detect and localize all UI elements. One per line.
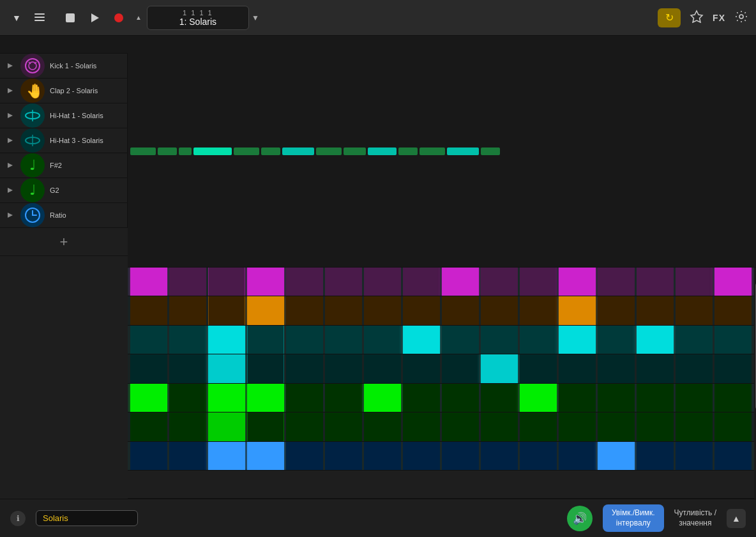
grid-cell-kick1-13[interactable] [637, 268, 674, 296]
track-play-g2[interactable] [5, 185, 15, 195]
grid-cell-f2-14[interactable] [676, 384, 713, 412]
grid-cell-f2-15[interactable] [714, 384, 752, 412]
grid-cell-f2-9[interactable] [481, 384, 518, 412]
info-btn[interactable]: ℹ [10, 511, 26, 526]
grid-cell-ratio-9[interactable] [481, 442, 518, 471]
grid-cell-f2-11[interactable] [559, 384, 596, 412]
timeline-segment[interactable] [398, 147, 418, 155]
timeline-segment[interactable] [130, 147, 156, 155]
grid-cell-clap2-11[interactable] [559, 296, 596, 325]
grid-cell-ratio-4[interactable] [286, 442, 323, 471]
timeline-segment[interactable] [344, 147, 366, 155]
up-arrow-btn[interactable]: ▲ [727, 509, 746, 528]
timeline-segment[interactable] [368, 147, 397, 155]
grid-cell-hihat3-9[interactable] [481, 354, 518, 383]
grid-cell-kick1-2[interactable] [208, 268, 245, 296]
grid-cell-kick1-1[interactable] [169, 268, 206, 296]
grid-cell-clap2-8[interactable] [442, 296, 479, 325]
grid-cell-hihat1-6[interactable] [364, 326, 401, 354]
grid-cell-clap2-13[interactable] [637, 296, 674, 325]
grid-cell-hihat3-7[interactable] [403, 354, 440, 383]
grid-cell-kick1-8[interactable] [442, 268, 479, 296]
timeline-segment[interactable] [179, 147, 192, 155]
grid-cell-kick1-6[interactable] [364, 268, 401, 296]
sensitivity-btn[interactable]: Чутливість / значення [674, 508, 716, 528]
grid-cell-g2-11[interactable] [559, 412, 596, 441]
grid-cell-ratio-13[interactable] [637, 442, 674, 471]
grid-cell-kick1-4[interactable] [286, 268, 323, 296]
grid-cell-clap2-2[interactable] [208, 296, 245, 325]
grid-cell-f2-7[interactable] [403, 384, 440, 412]
grid-cell-hihat3-5[interactable] [325, 354, 362, 383]
grid-cell-hihat1-15[interactable] [714, 326, 752, 354]
grid-cell-g2-8[interactable] [442, 412, 479, 441]
grid-cell-clap2-0[interactable] [130, 296, 167, 325]
grid-cell-ratio-11[interactable] [559, 442, 596, 471]
grid-cell-ratio-1[interactable] [169, 442, 206, 471]
grid-cell-kick1-14[interactable] [676, 268, 713, 296]
timeline-segment[interactable] [193, 147, 232, 155]
grid-cell-g2-5[interactable] [325, 412, 362, 441]
timeline-segment[interactable] [234, 147, 259, 155]
timeline-segment[interactable] [282, 147, 314, 155]
grid-cell-f2-5[interactable] [325, 384, 362, 412]
grid-cell-clap2-4[interactable] [286, 296, 323, 325]
grid-cell-hihat3-12[interactable] [598, 354, 635, 383]
record-btn[interactable] [109, 8, 129, 28]
grid-cell-clap2-7[interactable] [403, 296, 440, 325]
timeline-segment[interactable] [481, 147, 500, 155]
grid-cell-kick1-11[interactable] [559, 268, 596, 296]
grid-cell-hihat1-7[interactable] [403, 326, 440, 354]
grid-cell-hihat1-12[interactable] [598, 326, 635, 354]
grid-cell-g2-7[interactable] [403, 412, 440, 441]
timeline-segment[interactable] [420, 147, 445, 155]
grid-cell-g2-4[interactable] [286, 412, 323, 441]
grid-cell-f2-0[interactable] [130, 384, 167, 412]
tune-btn[interactable] [690, 9, 704, 26]
grid-cell-g2-0[interactable] [130, 412, 167, 441]
grid-cell-g2-2[interactable] [208, 412, 245, 441]
grid-cell-ratio-0[interactable] [130, 442, 167, 471]
volume-btn[interactable]: 🔊 [567, 506, 593, 531]
dropdown-arrow-btn[interactable]: ▼ [8, 9, 26, 27]
timeline-segment[interactable] [261, 147, 280, 155]
grid-cell-g2-6[interactable] [364, 412, 401, 441]
track-play-clap2[interactable] [5, 86, 15, 96]
grid-cell-hihat3-10[interactable] [520, 354, 557, 383]
library-btn[interactable] [31, 9, 49, 27]
track-play-kick1[interactable] [5, 61, 15, 71]
grid-cell-ratio-12[interactable] [598, 442, 635, 471]
timeline-segment[interactable] [447, 147, 479, 155]
grid-cell-clap2-10[interactable] [520, 296, 557, 325]
grid-cell-ratio-7[interactable] [403, 442, 440, 471]
grid-cell-hihat1-10[interactable] [520, 326, 557, 354]
add-instrument-row[interactable]: + [0, 228, 128, 256]
settings-btn[interactable] [734, 10, 748, 26]
grid-cell-kick1-0[interactable] [130, 268, 167, 296]
grid-cell-hihat3-8[interactable] [442, 354, 479, 383]
grid-cell-clap2-15[interactable] [714, 296, 752, 325]
grid-cell-g2-10[interactable] [520, 412, 557, 441]
track-play-hihat1[interactable] [5, 110, 15, 121]
grid-cell-g2-14[interactable] [676, 412, 713, 441]
grid-cell-hihat1-8[interactable] [442, 326, 479, 354]
grid-cell-f2-2[interactable] [208, 384, 245, 412]
pattern-name-input[interactable] [36, 510, 138, 526]
grid-cell-kick1-5[interactable] [325, 268, 362, 296]
grid-cell-f2-3[interactable] [247, 384, 284, 412]
grid-cell-clap2-3[interactable] [247, 296, 284, 325]
grid-cell-ratio-14[interactable] [676, 442, 713, 471]
grid-cell-hihat1-9[interactable] [481, 326, 518, 354]
position-display[interactable]: 1 1 1 1 1: Solaris [147, 6, 249, 30]
grid-cell-ratio-3[interactable] [247, 442, 284, 471]
grid-cell-hihat3-2[interactable] [208, 354, 245, 383]
pos-up-arrow[interactable]: ▲ [135, 14, 142, 21]
grid-cell-clap2-1[interactable] [169, 296, 206, 325]
grid-cell-hihat1-2[interactable] [208, 326, 245, 354]
grid-cell-hihat1-3[interactable] [247, 326, 284, 354]
grid-cell-f2-8[interactable] [442, 384, 479, 412]
track-play-ratio[interactable] [5, 210, 15, 220]
grid-cell-f2-10[interactable] [520, 384, 557, 412]
grid-cell-hihat3-11[interactable] [559, 354, 596, 383]
grid-cell-g2-12[interactable] [598, 412, 635, 441]
